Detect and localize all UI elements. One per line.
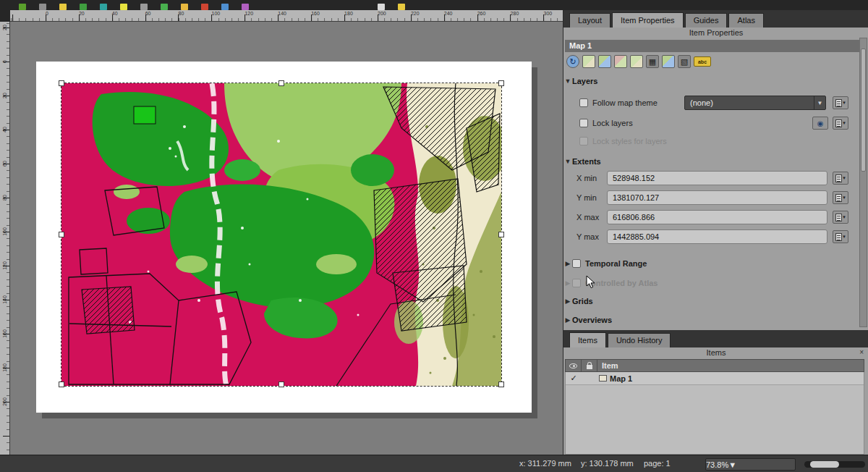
- tab-undo-history[interactable]: Undo History: [608, 333, 671, 347]
- toolbar-icon[interactable]: [59, 4, 67, 10]
- temporal-range-checkbox[interactable]: [572, 259, 581, 268]
- section-overviews[interactable]: ▶ Overviews: [563, 313, 868, 327]
- xmin-override-button[interactable]: ▾: [833, 172, 848, 185]
- items-panel-close-icon[interactable]: ×: [859, 348, 864, 356]
- toolbar-icon[interactable]: [398, 4, 405, 10]
- tab-layout[interactable]: Layout: [569, 13, 610, 28]
- cursor-x-readout: x: 311.279 mm: [519, 459, 571, 468]
- resize-handle[interactable]: [498, 80, 504, 86]
- map-theme-dropdown[interactable]: (none) ▼: [684, 96, 826, 110]
- collapse-caret-icon: ▼: [563, 158, 572, 165]
- resize-handle[interactable]: [59, 382, 64, 387]
- zoom-level-dropdown[interactable]: 73.8% ▼: [705, 458, 796, 471]
- view-extent-in-canvas-icon[interactable]: [614, 55, 627, 68]
- ruler-tick-label: 100: [212, 11, 221, 16]
- update-map-preview-icon[interactable]: ↻: [566, 55, 579, 68]
- toolbar-icon[interactable]: [39, 4, 46, 10]
- ymin-label: Y min: [576, 193, 597, 202]
- resize-handle[interactable]: [498, 382, 504, 387]
- resize-handle[interactable]: [278, 382, 284, 387]
- visibility-column-header: [566, 360, 582, 371]
- section-label: Layers: [572, 77, 597, 85]
- ruler-tick-label: 40: [112, 11, 118, 16]
- items-row-map1[interactable]: ✓ Map 1: [566, 372, 864, 385]
- toolbar-icon[interactable]: [120, 4, 127, 10]
- resize-handle[interactable]: [498, 232, 504, 237]
- ruler-tick-label: 220: [411, 11, 420, 16]
- ymin-override-button[interactable]: ▾: [833, 191, 848, 204]
- status-bar: x: 311.279 mm y: 130.178 mm page: 1 73.8…: [0, 455, 868, 472]
- edit-extent-icon[interactable]: [582, 55, 595, 68]
- zoom-slider[interactable]: [804, 461, 865, 468]
- scale-badge-icon[interactable]: abc: [694, 56, 711, 67]
- ymax-override-button[interactable]: ▾: [833, 230, 848, 243]
- section-extents[interactable]: ▼ Extents: [563, 154, 868, 169]
- lock-layers-checkbox[interactable]: [579, 119, 588, 127]
- theme-override-button[interactable]: ▾: [833, 96, 848, 109]
- chevron-down-icon: ▾: [843, 214, 846, 220]
- set-from-theme-button[interactable]: ◉: [812, 117, 828, 130]
- scrollbar-thumb[interactable]: [861, 49, 866, 172]
- items-panel-title: Items: [563, 348, 868, 357]
- xmax-input[interactable]: 616806.866: [607, 210, 827, 224]
- toolbar-icon[interactable]: [181, 4, 188, 10]
- items-table-header: Item: [565, 359, 864, 372]
- ymax-input[interactable]: 1442885.094: [607, 229, 827, 244]
- section-label: Extents: [572, 157, 601, 166]
- xmax-override-button[interactable]: ▾: [833, 211, 848, 224]
- toolbar-icon[interactable]: [80, 4, 87, 10]
- layout-page[interactable]: [36, 62, 532, 413]
- follow-map-theme-checkbox[interactable]: [579, 98, 588, 107]
- toolbar-icon[interactable]: [161, 4, 168, 10]
- ruler-tick-label: 160: [311, 11, 320, 16]
- toolbar-icon[interactable]: [242, 4, 249, 10]
- set-extent-to-canvas-icon[interactable]: [598, 55, 611, 68]
- panel-scrollbar[interactable]: [859, 38, 867, 327]
- xmin-input[interactable]: 528948.152: [607, 171, 827, 185]
- ruler-tick-label: 0: [46, 11, 48, 16]
- lock-icon: [587, 365, 592, 369]
- clipping-settings-icon[interactable]: ▧: [678, 55, 691, 68]
- items-list[interactable]: ✓ Map 1: [565, 372, 864, 455]
- chevron-down-icon: ▼: [814, 96, 825, 109]
- expand-caret-icon: ▶: [563, 298, 572, 305]
- items-tabbar: Items Undo History: [563, 330, 868, 347]
- section-temporal-range[interactable]: ▶ Temporal Range: [563, 256, 868, 271]
- toolbar-icon[interactable]: [19, 4, 26, 10]
- resize-handle[interactable]: [278, 80, 284, 86]
- tab-atlas[interactable]: Atlas: [728, 13, 763, 28]
- expand-caret-icon: ▶: [563, 279, 572, 287]
- resize-handle[interactable]: [59, 80, 64, 86]
- map-item[interactable]: [61, 83, 501, 386]
- lock-styles-checkbox: [579, 137, 588, 146]
- toolbar-icon[interactable]: [100, 4, 107, 10]
- toolbar-icon[interactable]: [140, 4, 148, 10]
- main-toolbar-cropped: [0, 0, 868, 10]
- tab-items[interactable]: Items: [569, 332, 606, 347]
- layout-canvas[interactable]: [10, 22, 563, 455]
- tab-guides[interactable]: Guides: [685, 13, 728, 28]
- labeling-settings-icon[interactable]: [662, 55, 675, 68]
- tab-item-properties[interactable]: Item Properties: [612, 12, 684, 28]
- view-scale-in-canvas-icon[interactable]: ▦: [646, 55, 659, 68]
- set-scale-to-canvas-icon[interactable]: [630, 55, 643, 68]
- expression-icon: [835, 99, 842, 107]
- visibility-check[interactable]: ✓: [566, 374, 582, 383]
- ymin-input[interactable]: 1381070.127: [607, 190, 827, 205]
- dock-tabbar: Layout Item Properties Guides Atlas: [563, 10, 868, 28]
- resize-handle[interactable]: [59, 232, 64, 237]
- expression-icon: [835, 194, 842, 202]
- collapse-caret-icon: ▼: [563, 77, 572, 85]
- section-grids[interactable]: ▶ Grids: [563, 294, 868, 308]
- lock-layers-override-button[interactable]: ▾: [833, 117, 848, 130]
- chevron-down-icon: ▾: [843, 195, 846, 201]
- toolbar-icon[interactable]: [221, 4, 229, 10]
- lock-layers-label: Lock layers: [592, 119, 633, 127]
- toolbar-icon[interactable]: [201, 4, 208, 10]
- toolbar-icon[interactable]: [378, 4, 385, 10]
- selected-item-header: Map 1: [565, 40, 859, 52]
- section-layers[interactable]: ▼ Layers: [563, 74, 868, 88]
- grids-label: Grids: [572, 297, 593, 305]
- zoom-slider-handle[interactable]: [810, 461, 839, 468]
- cursor-y-readout: y: 130.178 mm: [581, 459, 634, 468]
